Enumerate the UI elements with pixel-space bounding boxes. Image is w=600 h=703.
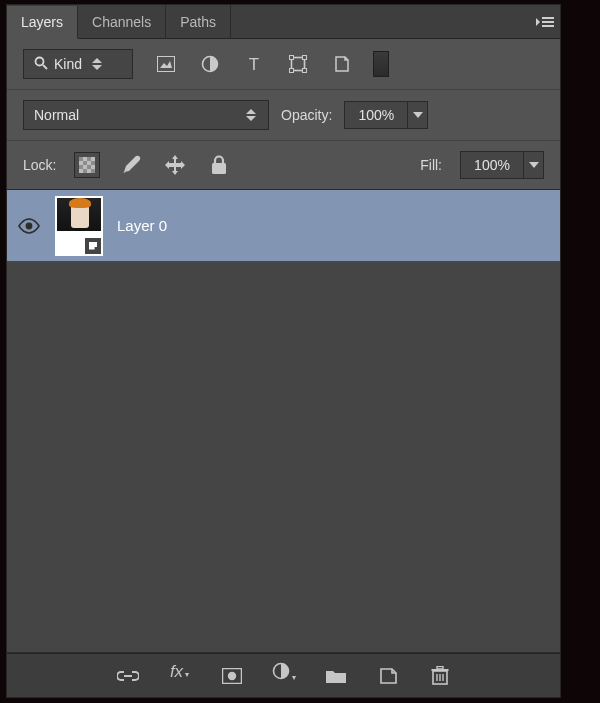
panel-tabs: Layers Channels Paths bbox=[7, 5, 560, 39]
visibility-toggle[interactable] bbox=[17, 214, 41, 238]
svg-rect-12 bbox=[290, 69, 294, 73]
layer-thumbnail[interactable] bbox=[55, 196, 103, 256]
kind-filter-select[interactable]: Kind bbox=[23, 49, 133, 79]
filter-pixel-icon[interactable] bbox=[153, 51, 179, 77]
svg-rect-13 bbox=[303, 69, 307, 73]
smartobject-badge-icon bbox=[83, 236, 103, 256]
blend-mode-select[interactable]: Normal bbox=[23, 100, 269, 130]
svg-point-24 bbox=[26, 222, 33, 229]
layer-style-button[interactable]: fx ▾ bbox=[166, 662, 194, 690]
svg-rect-23 bbox=[212, 163, 226, 174]
svg-rect-18 bbox=[91, 161, 95, 165]
eye-icon bbox=[18, 218, 40, 234]
link-layers-button[interactable] bbox=[114, 662, 142, 690]
filter-shape-icon[interactable] bbox=[285, 51, 311, 77]
svg-rect-21 bbox=[83, 169, 87, 173]
layers-list: Layer 0 bbox=[7, 189, 560, 653]
chevron-down-icon: ▾ bbox=[292, 673, 296, 682]
svg-rect-0 bbox=[542, 17, 554, 19]
filter-type-icons: T bbox=[153, 51, 389, 77]
svg-rect-20 bbox=[87, 165, 91, 169]
opacity-value[interactable]: 100% bbox=[344, 101, 408, 129]
svg-marker-6 bbox=[160, 61, 172, 68]
lock-transparency-icon[interactable] bbox=[74, 152, 100, 178]
svg-rect-2 bbox=[542, 25, 554, 27]
panel-bottom-bar: fx ▾ ▾ bbox=[7, 653, 560, 697]
tab-label: Layers bbox=[21, 14, 63, 30]
svg-rect-10 bbox=[290, 56, 294, 60]
layer-row[interactable]: Layer 0 bbox=[7, 190, 560, 262]
lock-row: Lock: Fill: 100% bbox=[7, 140, 560, 189]
fill-label: Fill: bbox=[420, 157, 442, 173]
tab-paths[interactable]: Paths bbox=[166, 5, 231, 38]
svg-point-3 bbox=[36, 57, 44, 65]
adjustment-layer-button[interactable]: ▾ bbox=[270, 662, 298, 690]
kind-filter-label: Kind bbox=[54, 56, 82, 72]
fill-dropdown[interactable] bbox=[524, 151, 544, 179]
opacity-label: Opacity: bbox=[281, 107, 332, 123]
tab-layers[interactable]: Layers bbox=[7, 6, 78, 39]
filter-toggle-switch[interactable] bbox=[373, 51, 389, 77]
opacity-dropdown[interactable] bbox=[408, 101, 428, 129]
opacity-value-text: 100% bbox=[358, 107, 394, 123]
filter-type-icon[interactable]: T bbox=[241, 51, 267, 77]
lock-position-icon[interactable] bbox=[162, 152, 188, 178]
svg-rect-16 bbox=[87, 157, 91, 161]
svg-rect-17 bbox=[83, 161, 87, 165]
tab-label: Channels bbox=[92, 14, 151, 30]
svg-rect-1 bbox=[542, 21, 554, 23]
svg-rect-22 bbox=[91, 169, 95, 173]
tab-spacer bbox=[231, 5, 530, 38]
svg-point-26 bbox=[227, 671, 235, 679]
blend-row: Normal Opacity: 100% bbox=[7, 89, 560, 140]
svg-rect-33 bbox=[437, 666, 443, 669]
panel-menu-button[interactable] bbox=[530, 5, 560, 38]
menu-icon bbox=[536, 16, 554, 28]
updown-caret-icon bbox=[246, 108, 258, 122]
fill-value-text: 100% bbox=[474, 157, 510, 173]
svg-rect-5 bbox=[158, 57, 175, 72]
adjustment-icon bbox=[272, 662, 290, 680]
filter-adjustment-icon[interactable] bbox=[197, 51, 223, 77]
new-layer-button[interactable] bbox=[374, 662, 402, 690]
svg-text:T: T bbox=[249, 55, 259, 73]
delete-layer-button[interactable] bbox=[426, 662, 454, 690]
blend-mode-value: Normal bbox=[34, 107, 79, 123]
tab-channels[interactable]: Channels bbox=[78, 5, 166, 38]
svg-line-4 bbox=[43, 65, 47, 69]
updown-caret-icon bbox=[92, 57, 104, 71]
search-icon bbox=[34, 56, 48, 73]
layer-mask-button[interactable] bbox=[218, 662, 246, 690]
svg-rect-19 bbox=[79, 165, 83, 169]
svg-rect-11 bbox=[303, 56, 307, 60]
layers-panel: Layers Channels Paths Kind bbox=[6, 4, 561, 698]
fx-icon: fx bbox=[170, 662, 183, 682]
filter-smartobject-icon[interactable] bbox=[329, 51, 355, 77]
lock-label: Lock: bbox=[23, 157, 56, 173]
lock-all-icon[interactable] bbox=[206, 152, 232, 178]
filter-row: Kind T bbox=[7, 39, 560, 89]
chevron-down-icon: ▾ bbox=[185, 670, 189, 679]
fill-value[interactable]: 100% bbox=[460, 151, 524, 179]
layer-name[interactable]: Layer 0 bbox=[117, 217, 167, 234]
new-group-button[interactable] bbox=[322, 662, 350, 690]
svg-rect-15 bbox=[79, 157, 83, 161]
tab-label: Paths bbox=[180, 14, 216, 30]
lock-pixels-icon[interactable] bbox=[118, 152, 144, 178]
